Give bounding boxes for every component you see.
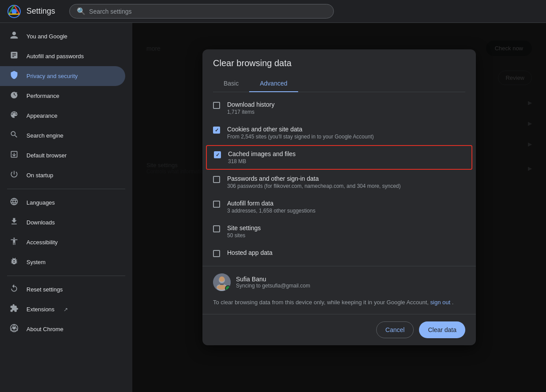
default-browser-icon xyxy=(9,150,19,161)
svg-point-8 xyxy=(219,276,224,282)
site-settings-desc: 50 sites xyxy=(227,232,465,239)
sidebar-item-search-engine[interactable]: Search engine xyxy=(0,126,125,146)
sidebar-label-search-engine: Search engine xyxy=(26,132,64,139)
autofill-icon xyxy=(9,51,19,62)
performance-icon xyxy=(9,90,19,101)
modal-title: Clear browsing data xyxy=(213,58,465,68)
sidebar-label-performance: Performance xyxy=(26,93,59,99)
sidebar-item-default-browser[interactable]: Default browser xyxy=(0,146,125,165)
modal-note: To clear browsing data from this device … xyxy=(202,298,476,314)
sidebar-item-privacy-security[interactable]: Privacy and security xyxy=(0,66,125,86)
checkbox-item-cookies[interactable]: Cookies and other site dataFrom 2,545 si… xyxy=(202,120,476,145)
search-input[interactable] xyxy=(89,8,326,15)
page-title: Settings xyxy=(26,7,55,16)
sidebar-label-autofill: Autofill and passwords xyxy=(26,53,84,60)
passwords-title: Passwords and other sign-in data xyxy=(227,175,465,182)
modal-overlay: Clear browsing data Basic Advanced Downl… xyxy=(132,23,546,392)
about-chrome-icon xyxy=(9,324,19,335)
sidebar-item-appearance[interactable]: Appearance xyxy=(0,106,125,126)
extensions-icon xyxy=(9,304,19,315)
sidebar-label-reset-settings: Reset settings xyxy=(26,286,63,293)
checkbox-hosted-app[interactable] xyxy=(213,250,220,257)
note-end: . xyxy=(452,299,454,306)
sidebar-item-downloads[interactable]: Downloads xyxy=(0,213,125,232)
profile-row: Sufia Banu Syncing to getsufia@gmail.com xyxy=(202,266,476,298)
sidebar-label-about-chrome: About Chrome xyxy=(26,326,64,332)
sidebar-item-performance[interactable]: Performance xyxy=(0,86,125,106)
search-bar[interactable]: 🔍 xyxy=(69,4,334,19)
autofill-form-desc: 3 addresses, 1,658 other suggestions xyxy=(227,208,465,214)
checkbox-item-passwords[interactable]: Passwords and other sign-in data306 pass… xyxy=(202,170,476,194)
sidebar-item-you-and-google[interactable]: You and Google xyxy=(0,26,125,46)
profile-email: Syncing to getsufia@gmail.com xyxy=(236,283,465,289)
accessibility-icon xyxy=(9,237,19,248)
modal-body: Download history1,717 itemsCookies and o… xyxy=(202,92,476,266)
appearance-icon xyxy=(9,110,19,121)
sidebar-label-accessibility: Accessibility xyxy=(26,239,58,246)
profile-info: Sufia Banu Syncing to getsufia@gmail.com xyxy=(236,276,465,289)
download-history-desc: 1,717 items xyxy=(227,109,465,115)
you-and-google-icon xyxy=(9,31,19,42)
sidebar-label-languages: Languages xyxy=(26,199,55,206)
cached-images-desc: 318 MB xyxy=(228,158,464,164)
sidebar-item-autofill[interactable]: Autofill and passwords xyxy=(0,46,125,66)
sidebar-label-extensions: Extensions xyxy=(26,306,55,313)
clear-data-button[interactable]: Clear data xyxy=(419,321,465,338)
sidebar-label-appearance: Appearance xyxy=(26,112,57,119)
sidebar-label-on-startup: On startup xyxy=(26,172,53,179)
passwords-desc: 306 passwords (for flikover.com, nameche… xyxy=(227,183,465,189)
cancel-button[interactable]: Cancel xyxy=(376,321,414,338)
checkbox-cached-images[interactable] xyxy=(214,151,221,158)
checkbox-passwords[interactable] xyxy=(213,176,220,183)
checkbox-autofill-form[interactable] xyxy=(213,201,220,208)
modal-profile-section: Sufia Banu Syncing to getsufia@gmail.com… xyxy=(202,266,476,314)
modal-footer: Cancel Clear data xyxy=(202,314,476,345)
autofill-form-title: Autofill form data xyxy=(227,200,465,207)
sidebar-divider-2 xyxy=(7,276,125,276)
content-area: more Check now Review ▶ ▶ ▶ Site se xyxy=(132,23,546,392)
sidebar-label-you-and-google: You and Google xyxy=(26,33,67,40)
sign-out-link[interactable]: sign out xyxy=(430,299,451,306)
sidebar-item-languages[interactable]: Languages xyxy=(0,193,125,213)
tab-basic[interactable]: Basic xyxy=(213,75,249,92)
sidebar-item-on-startup[interactable]: On startup xyxy=(0,165,125,185)
top-bar: Settings 🔍 xyxy=(0,0,546,23)
cookies-desc: From 2,545 sites (you'll stay signed in … xyxy=(227,134,465,140)
checkbox-item-download-history[interactable]: Download history1,717 items xyxy=(202,96,476,120)
sidebar-label-privacy-security: Privacy and security xyxy=(26,73,78,79)
sidebar-label-default-browser: Default browser xyxy=(26,152,67,159)
modal-tabs: Basic Advanced xyxy=(213,75,465,92)
note-text: To clear browsing data from this device … xyxy=(213,299,429,306)
checkbox-item-site-settings[interactable]: Site settings50 sites xyxy=(202,219,476,244)
sidebar: You and GoogleAutofill and passwordsPriv… xyxy=(0,23,132,392)
clear-browsing-data-modal: Clear browsing data Basic Advanced Downl… xyxy=(202,49,476,345)
svg-point-3 xyxy=(13,327,16,330)
languages-icon xyxy=(9,197,19,208)
search-engine-icon xyxy=(9,130,19,141)
cookies-title: Cookies and other site data xyxy=(227,126,465,133)
downloads-icon xyxy=(9,217,19,228)
sidebar-label-system: System xyxy=(26,259,45,265)
reset-settings-icon xyxy=(9,284,19,295)
checkbox-item-cached-images[interactable]: Cached images and files318 MB xyxy=(206,145,472,170)
sync-badge xyxy=(225,285,231,291)
checkbox-item-autofill-form[interactable]: Autofill form data3 addresses, 1,658 oth… xyxy=(202,194,476,219)
sidebar-item-system[interactable]: System xyxy=(0,252,125,272)
checkbox-item-hosted-app[interactable]: Hosted app data xyxy=(202,244,476,262)
tab-advanced[interactable]: Advanced xyxy=(249,75,298,92)
sidebar-item-reset-settings[interactable]: Reset settings xyxy=(0,280,125,299)
sidebar-item-accessibility[interactable]: Accessibility xyxy=(0,232,125,252)
site-settings-title: Site settings xyxy=(227,224,465,231)
privacy-security-icon xyxy=(9,71,19,82)
checkbox-site-settings[interactable] xyxy=(213,225,220,232)
sidebar-item-extensions[interactable]: Extensions↗ xyxy=(0,299,125,319)
avatar xyxy=(213,273,231,291)
checkbox-download-history[interactable] xyxy=(213,102,220,109)
hosted-app-title: Hosted app data xyxy=(227,249,465,256)
footer-actions: Cancel Clear data xyxy=(213,321,465,338)
main-layout: You and GoogleAutofill and passwordsPriv… xyxy=(0,23,546,392)
cached-images-title: Cached images and files xyxy=(228,150,464,157)
checkbox-cookies[interactable] xyxy=(213,127,220,134)
sidebar-item-about-chrome[interactable]: About Chrome xyxy=(0,319,125,339)
profile-name: Sufia Banu xyxy=(236,276,465,283)
